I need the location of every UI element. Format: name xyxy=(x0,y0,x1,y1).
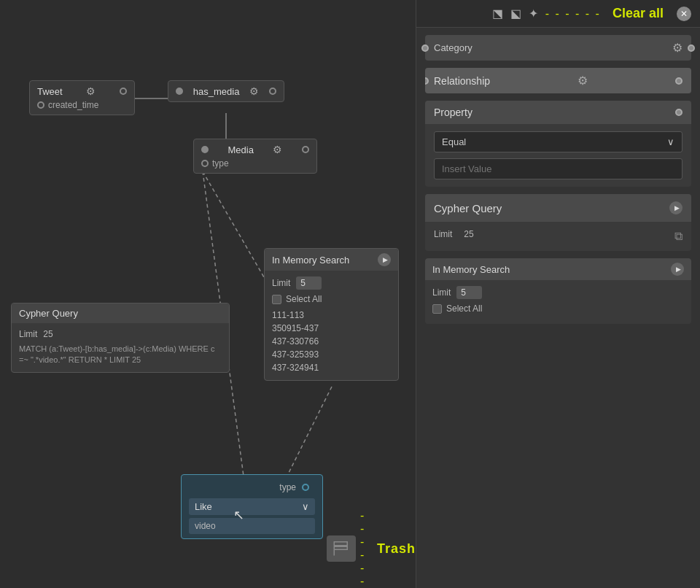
property-label: Property xyxy=(434,107,472,118)
media-label: Media xyxy=(228,144,254,155)
tweet-node-label: Tweet xyxy=(37,86,63,97)
cypher-query-label: Cypher Query xyxy=(434,202,502,214)
equal-chevron-icon: ∨ xyxy=(667,136,674,147)
media-right-port xyxy=(302,146,309,153)
chevron-down-icon: ∨ xyxy=(302,501,309,512)
im-result-1[interactable]: 111-113 xyxy=(272,309,391,322)
media-node[interactable]: Media ⚙ type xyxy=(193,139,317,174)
trash-dashes: - - - - - - xyxy=(360,509,370,588)
media-property-label: type xyxy=(212,158,229,169)
cypher-rp-limit-value: 25 xyxy=(464,229,473,239)
type-node[interactable]: type Like ∨ video xyxy=(181,474,323,539)
rp-header: ⬔ ⬕ ✦ - - - - - - Clear all ✕ xyxy=(416,0,700,28)
relationship-gear-icon[interactable]: ⚙ xyxy=(578,74,588,88)
ims-rp-select-all-checkbox[interactable] xyxy=(432,304,442,314)
ims-rp-limit-input[interactable] xyxy=(456,286,482,299)
relationship-block: Relationship ⚙ xyxy=(425,68,691,93)
tweet-prop-port xyxy=(37,101,44,109)
svg-line-2 xyxy=(203,171,264,277)
trash-label: Trash xyxy=(377,541,416,557)
type-dropdown[interactable]: Like ∨ xyxy=(189,498,315,515)
cypher-canvas-header: Cypher Query xyxy=(12,303,229,323)
type-node-label: type xyxy=(279,482,296,492)
cypher-query-body: Limit 25 ⧉ xyxy=(425,222,691,251)
clear-all-label: Clear all xyxy=(612,6,664,21)
trash-area: ⛿ - - - - - - Trash xyxy=(327,509,416,588)
ims-rp-label: In Memory Search xyxy=(432,264,510,275)
ims-rp-play-button[interactable] xyxy=(671,263,684,276)
im-result-3[interactable]: 437-330766 xyxy=(272,335,391,348)
im-search-header: In Memory Search xyxy=(265,249,398,271)
trash-icon[interactable]: ⛿ xyxy=(327,535,356,562)
export2-icon[interactable]: ⬕ xyxy=(510,7,521,20)
im-search-canvas-panel: In Memory Search Limit Select All 111-11… xyxy=(264,248,399,381)
im-select-all-label: Select All xyxy=(286,294,322,304)
hasmedia-node[interactable]: has_media ⚙ xyxy=(168,80,284,102)
tweet-node[interactable]: Tweet ⚙ created_time xyxy=(29,80,135,115)
close-button[interactable]: ✕ xyxy=(677,7,691,21)
tweet-property-label: created_time xyxy=(48,100,98,110)
im-result-2[interactable]: 350915-437 xyxy=(272,322,391,335)
ims-rp-header: In Memory Search xyxy=(425,258,691,280)
export1-icon[interactable]: ⬔ xyxy=(492,7,503,20)
header-dashes: - - - - - - xyxy=(545,7,601,20)
type-right-port xyxy=(302,484,309,491)
relationship-left-port xyxy=(425,77,429,85)
property-right-port xyxy=(675,109,682,116)
cypher-limit-value: 25 xyxy=(43,329,52,339)
canvas-area: Tweet ⚙ created_time has_media ⚙ Media ⚙… xyxy=(0,0,416,588)
cypher-canvas-panel: Cypher Query Limit 25 MATCH (a:Tweet)-[b… xyxy=(11,303,230,373)
type-option-video[interactable]: video xyxy=(189,518,315,534)
cypher-query-block: Cypher Query Limit 25 ⧉ xyxy=(425,194,691,251)
category-left-port xyxy=(421,45,429,52)
hasmedia-right-port xyxy=(269,88,276,95)
im-result-5[interactable]: 437-324941 xyxy=(272,361,391,374)
tweet-gear-icon[interactable]: ⚙ xyxy=(86,85,96,97)
relationship-label: Relationship xyxy=(434,75,490,87)
im-limit-label: Limit xyxy=(272,278,290,288)
brush-icon[interactable]: ✦ xyxy=(529,7,538,20)
equal-label: Equal xyxy=(442,136,466,147)
cypher-canvas-label: Cypher Query xyxy=(19,308,78,319)
hasmedia-gear-icon[interactable]: ⚙ xyxy=(249,85,259,97)
category-right-port xyxy=(688,45,695,52)
im-search-play-button[interactable] xyxy=(378,253,391,266)
im-search-label: In Memory Search xyxy=(272,255,349,266)
svg-line-4 xyxy=(284,387,332,481)
im-select-all-checkbox[interactable] xyxy=(272,295,281,304)
im-limit-input[interactable] xyxy=(296,276,322,290)
media-gear-icon[interactable]: ⚙ xyxy=(273,144,282,155)
relationship-right-port xyxy=(675,77,682,85)
cypher-limit-label: Limit xyxy=(19,329,37,339)
copy-icon[interactable]: ⧉ xyxy=(674,230,682,243)
property-block: Property Equal ∨ xyxy=(425,101,691,187)
im-result-4[interactable]: 437-325393 xyxy=(272,348,391,361)
type-dropdown-value: Like xyxy=(195,501,212,512)
hasmedia-left-port xyxy=(176,88,183,95)
category-label: Category xyxy=(434,42,472,53)
media-left-port xyxy=(201,146,209,153)
cypher-play-button[interactable] xyxy=(669,201,682,214)
in-memory-search-block: In Memory Search Limit Select All xyxy=(425,258,691,324)
insert-value-input[interactable] xyxy=(434,158,682,179)
cypher-rp-limit-label: Limit xyxy=(434,229,452,239)
cypher-query-header: Cypher Query xyxy=(425,194,691,222)
hasmedia-label: has_media xyxy=(193,86,240,97)
right-panel: ⬔ ⬕ ✦ - - - - - - Clear all ✕ Category ⚙… xyxy=(416,0,700,588)
ims-rp-limit-label: Limit xyxy=(432,287,451,298)
category-gear-icon[interactable]: ⚙ xyxy=(672,41,682,55)
equal-dropdown[interactable]: Equal ∨ xyxy=(434,131,682,152)
category-block: Category ⚙ xyxy=(425,35,691,61)
property-header: Property xyxy=(425,101,691,124)
media-prop-port xyxy=(201,160,209,167)
tweet-right-port xyxy=(120,88,127,95)
ims-rp-select-all-label: Select All xyxy=(446,303,482,314)
cypher-query-text: MATCH (a:Tweet)-[b:has_media]->(c:Media)… xyxy=(19,344,222,366)
relationship-header: Relationship ⚙ xyxy=(425,68,691,93)
